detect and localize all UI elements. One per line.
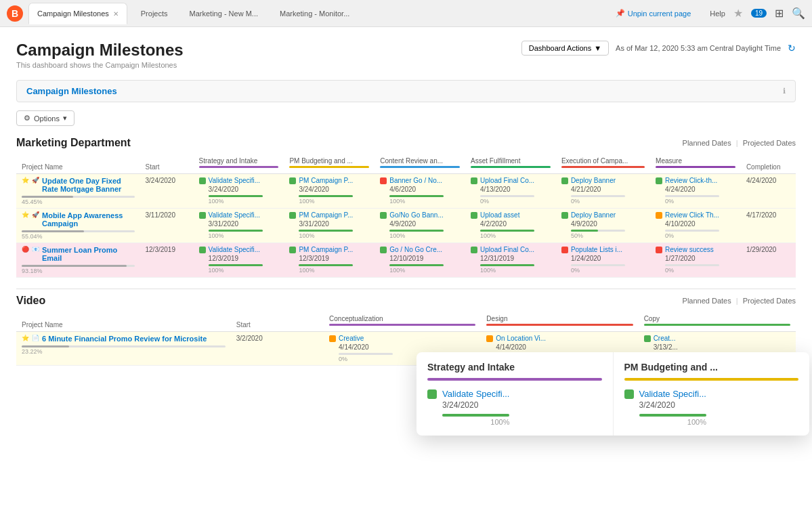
page-header: Campaign Milestones This dashboard shows… [16,41,796,69]
options-button[interactable]: ⚙ Options ▾ [16,110,74,126]
projected-dates-btn[interactable]: Projected Dates [743,139,796,147]
milestone-progress-fill [209,195,263,197]
search-icon[interactable]: 🔍 [792,7,805,20]
milestone-progress: 0% [665,264,735,274]
milestone-dot [380,247,387,253]
video-copy-name[interactable]: Creat... [654,335,676,342]
milestone-progress: 100% [480,264,551,274]
video-copy-date: 3/13/2... [654,343,790,351]
project-icon-2: 🚀 [32,211,39,218]
milestone-progress: 100% [389,264,460,274]
milestone-progress: 100% [299,195,369,205]
milestone-progress-fill [389,230,444,232]
video-concept-name[interactable]: Creative [339,335,364,342]
milestone-name[interactable]: PM Campaign P... [299,211,353,219]
milestone-dot [199,247,206,253]
milestone-dot [471,247,477,253]
milestone-name[interactable]: Populate Lists i... [571,246,622,253]
milestone-cell: Validate Specifi... 3/24/2020 100% [194,174,284,209]
col-header-strategy: Strategy and Intake [194,154,284,174]
video-projected-dates-btn[interactable]: Projected Dates [743,297,796,305]
notification-badge[interactable]: 19 [751,9,767,18]
milestone-name[interactable]: Banner Go / No... [389,177,442,184]
milestone-name[interactable]: Go / No Go Cre... [389,246,442,253]
tab-marketing-monitor[interactable]: Marketing - Monitor... [272,3,358,24]
milestone-item: PM Campaign P... [289,246,369,253]
milestone-date: 3/31/2020 [209,220,279,228]
milestone-date: 4/2/2020 [480,220,551,228]
tooltip-strategy-name[interactable]: Validate Specifi... [442,389,509,399]
video-project-cell: ⭐ 📄 6 Minute Financial Promo Review for … [16,332,231,366]
milestone-name[interactable]: Upload Final Co... [480,246,534,253]
milestone-progress: 100% [209,195,279,205]
milestone-progress-label: 50% [571,232,645,239]
milestone-progress-label: 100% [209,267,279,274]
tooltip-strategy-title: Strategy and Intake [427,362,602,373]
milestone-progress-label: 100% [480,267,551,274]
tab-campaign-milestones[interactable]: Campaign Milestones ✕ [28,3,127,24]
project-name-link[interactable]: ⭐ 🚀 Mobile App Awareness Campaign [22,211,135,228]
milestone-progress: 0% [571,264,645,274]
milestone-cell: Deploy Banner 4/21/2020 0% [556,174,650,209]
video-col-copy: Copy [639,312,796,332]
milestone-item: Validate Specifi... [199,246,279,253]
section-icon: ℹ [783,87,786,96]
milestone-name[interactable]: Upload Final Co... [480,177,534,184]
project-name-link[interactable]: 🔴 📧 Summer Loan Promo Email [22,246,135,262]
help-label[interactable]: Help [710,9,725,18]
tab-marketing-new[interactable]: Marketing - New M... [181,3,266,24]
strategy-phase-bar [199,166,279,168]
milestone-item: Validate Specifi... [199,211,279,219]
milestone-progress: 100% [389,230,460,239]
project-name-link[interactable]: ⭐ 🚀 Update One Day Fixed Rate Mortgage B… [22,177,135,193]
milestone-cell: Validate Specifi... 12/3/2019 100% [194,243,284,278]
close-tab-icon[interactable]: ✕ [113,10,119,18]
milestone-date: 4/13/2020 [480,186,551,193]
tooltip-pm-name[interactable]: Validate Specifi... [639,389,706,399]
tooltip-pm-bar [624,378,799,381]
milestone-name[interactable]: Review Click Th... [665,211,719,219]
milestone-date: 4/24/2020 [665,186,735,193]
project-icon-2: 🚀 [32,177,39,184]
star-icon[interactable]: ★ [733,7,743,20]
grid-icon[interactable]: ⊞ [775,7,784,20]
refresh-icon[interactable]: ↻ [788,43,796,54]
page-title-area: Campaign Milestones This dashboard shows… [16,41,184,69]
milestone-name[interactable]: Go/No Go Bann... [389,211,444,219]
milestone-name[interactable]: Validate Specifi... [209,177,261,184]
tab-projects[interactable]: Projects [133,3,176,24]
milestone-dot [380,177,387,184]
milestone-name[interactable]: Review success [665,246,714,253]
milestone-item: Validate Specifi... [199,177,279,184]
table-row: 🔴 📧 Summer Loan Promo Email 93.18% 12/3/… [16,243,796,278]
milestone-date: 12/10/2019 [389,255,460,262]
milestone-name[interactable]: Review Click-th... [665,177,717,184]
milestone-name[interactable]: Validate Specifi... [209,246,261,253]
milestone-name[interactable]: Validate Specifi... [209,211,261,219]
milestone-name[interactable]: PM Campaign P... [299,246,353,253]
milestone-item: Review Click-th... [656,177,735,184]
video-col-design: Design [481,312,638,332]
milestone-date: 12/3/2019 [299,255,369,262]
execution-phase-bar [561,166,645,168]
video-project-name[interactable]: ⭐ 📄 6 Minute Financial Promo Review for … [22,335,226,343]
milestone-name[interactable]: PM Campaign P... [299,177,353,184]
video-design-name[interactable]: On Location Vi... [496,335,546,342]
milestone-dot [656,212,662,219]
milestone-date: 3/24/2020 [299,186,369,193]
video-col-start: Start [231,312,324,332]
unpin-button[interactable]: 📌 Unpin current page [616,9,691,18]
video-planned-dates-btn[interactable]: Planned Dates [683,297,731,305]
tooltip-pm-dot [624,389,634,399]
video-progress-fill [22,345,69,347]
milestone-name[interactable]: Upload asset [480,211,519,219]
dashboard-actions-button[interactable]: Dashboard Actions ▼ [521,41,609,56]
planned-dates-btn[interactable]: Planned Dates [683,139,731,147]
brave-icon: B [7,5,23,22]
milestone-item: Review success [656,246,735,253]
tooltip-pm-progress: 100% [639,414,706,426]
milestone-name[interactable]: Deploy Banner [571,177,616,184]
chevron-down-icon-options: ▾ [63,114,67,123]
milestone-item: Deploy Banner [561,177,645,184]
milestone-name[interactable]: Deploy Banner [571,211,616,219]
